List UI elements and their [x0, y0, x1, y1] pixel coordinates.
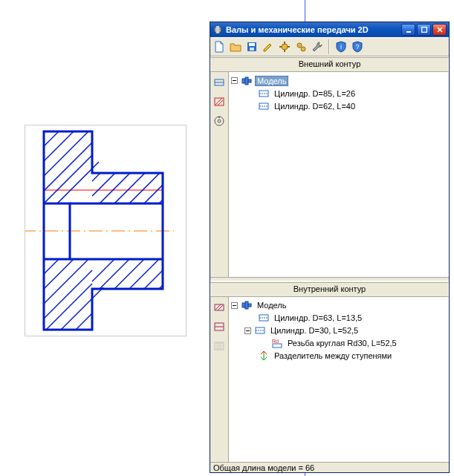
svg-line-13 [144, 185, 163, 203]
new-icon[interactable] [213, 41, 225, 53]
thread-icon: Rd [271, 337, 283, 349]
shield-help-icon[interactable]: ? [351, 41, 363, 53]
shafts-window: Валы и механические передачи 2D [210, 22, 450, 473]
svg-rect-61 [242, 303, 245, 307]
svg-line-24 [129, 259, 159, 289]
outer-section-header: Внешний контур [210, 57, 449, 72]
svg-line-16 [44, 259, 74, 289]
statusbar: Общая длина модели = 66 [210, 462, 449, 472]
tree-row-item[interactable]: Rd Резьба круглая Rd30, L=52,5 [231, 337, 449, 350]
svg-line-22 [100, 259, 129, 289]
gear1-icon[interactable] [279, 41, 291, 53]
app-icon [213, 25, 223, 35]
svg-point-48 [218, 120, 221, 123]
tree-label: Цилиндр. D=63, L=13,5 [272, 313, 364, 323]
svg-line-12 [129, 173, 160, 203]
expander-icon[interactable] [231, 77, 238, 84]
svg-rect-33 [249, 43, 255, 46]
separator-icon [258, 350, 270, 362]
inner-step-icon[interactable] [211, 319, 227, 335]
tree-row-item[interactable]: Цилиндр. D=63, L=13,5 [231, 312, 449, 325]
tree-label: Резьба круглая Rd30, L=52,5 [285, 338, 399, 348]
cylinder-icon [258, 88, 270, 100]
outer-tree[interactable]: Модель Цилиндр. D=85, L=26 [230, 73, 449, 277]
tree-label: Цилиндр. D=30, L=52,5 [268, 325, 360, 336]
cylinder-icon [258, 312, 270, 324]
tree-row-item[interactable]: Цилиндр. D=85, L=26 [231, 87, 449, 100]
inner-cyl-icon[interactable] [211, 299, 227, 316]
tree-row-item[interactable]: Цилиндр. D=30, L=52,5 [231, 325, 449, 337]
titlebar[interactable]: Валы и механические передачи 2D [210, 22, 449, 37]
maximize-button[interactable] [417, 24, 431, 36]
svg-line-10 [100, 173, 130, 203]
svg-line-7 [57, 162, 99, 203]
svg-line-25 [144, 270, 163, 289]
expander-icon[interactable] [231, 302, 238, 309]
model-icon [241, 75, 253, 87]
cylinder-icon [254, 325, 266, 336]
tree-label: Разделитель между ступенями [272, 351, 394, 361]
model-icon [241, 299, 253, 311]
svg-rect-34 [250, 48, 254, 50]
svg-line-19 [46, 284, 92, 330]
status-text: Общая длина модели = 66 [213, 463, 314, 472]
svg-point-41 [301, 47, 305, 51]
bearing-icon[interactable] [211, 113, 227, 129]
inner-section-header: Внутренний контур [210, 282, 449, 297]
svg-point-35 [282, 44, 288, 50]
svg-line-18 [44, 270, 92, 319]
svg-line-3 [44, 131, 74, 161]
svg-point-40 [297, 43, 302, 48]
tree-label: Модель [255, 76, 288, 86]
inner-disabled-icon [211, 338, 227, 354]
wrench-icon[interactable] [311, 41, 323, 53]
tree-row-item[interactable]: Разделитель между ступенями [231, 350, 449, 362]
svg-rect-63 [248, 304, 251, 307]
tree-label: Цилиндр. D=85, L=26 [272, 88, 357, 99]
window-title: Валы и механические передачи 2D [226, 25, 400, 34]
shield-info-icon[interactable]: i [335, 41, 347, 53]
main-toolbar: i ? [210, 37, 449, 56]
tree-label: Цилиндр. D=62, L=40 [272, 101, 357, 111]
tree-label: Модель [255, 300, 288, 310]
hatch-step-icon[interactable] [211, 94, 227, 110]
svg-line-8 [92, 173, 100, 181]
svg-rect-52 [248, 79, 251, 82]
tree-row-model[interactable]: Модель [231, 299, 449, 312]
save-icon[interactable] [246, 41, 258, 53]
svg-line-2 [44, 131, 59, 146]
svg-line-6 [44, 155, 92, 203]
outer-leftbar [210, 72, 229, 277]
inner-tree[interactable]: Модель Цилиндр. D=63, L=13,5 [230, 298, 449, 462]
edit-icon[interactable] [262, 41, 274, 53]
open-icon[interactable] [230, 41, 241, 53]
svg-text:?: ? [355, 43, 359, 50]
tree-row-item[interactable]: Цилиндр. D=62, L=40 [231, 100, 449, 112]
cylinder-step-icon[interactable] [211, 74, 227, 91]
tree-row-model[interactable]: Модель [231, 74, 449, 87]
svg-rect-62 [245, 301, 248, 309]
svg-line-15 [44, 259, 59, 274]
svg-rect-51 [245, 77, 248, 85]
close-button[interactable] [432, 24, 447, 36]
svg-line-11 [114, 173, 145, 203]
inner-leftbar [210, 297, 229, 462]
svg-line-21 [76, 313, 92, 330]
svg-line-9 [92, 173, 115, 196]
svg-line-5 [44, 143, 92, 191]
svg-rect-29 [216, 26, 219, 33]
drawing-svg [25, 125, 186, 336]
toolbar-separator [328, 39, 330, 54]
svg-rect-50 [242, 79, 245, 83]
expander-icon[interactable] [244, 327, 251, 334]
svg-point-49 [218, 117, 220, 118]
svg-rect-69 [273, 344, 282, 348]
gear2-icon[interactable] [295, 41, 307, 53]
svg-line-23 [114, 259, 144, 289]
svg-rect-30 [406, 31, 411, 33]
minimize-button[interactable] [401, 24, 415, 36]
drawing-preview [25, 125, 187, 336]
cylinder-icon [258, 100, 270, 112]
svg-text:i: i [340, 43, 342, 50]
svg-text:Rd: Rd [272, 339, 279, 344]
